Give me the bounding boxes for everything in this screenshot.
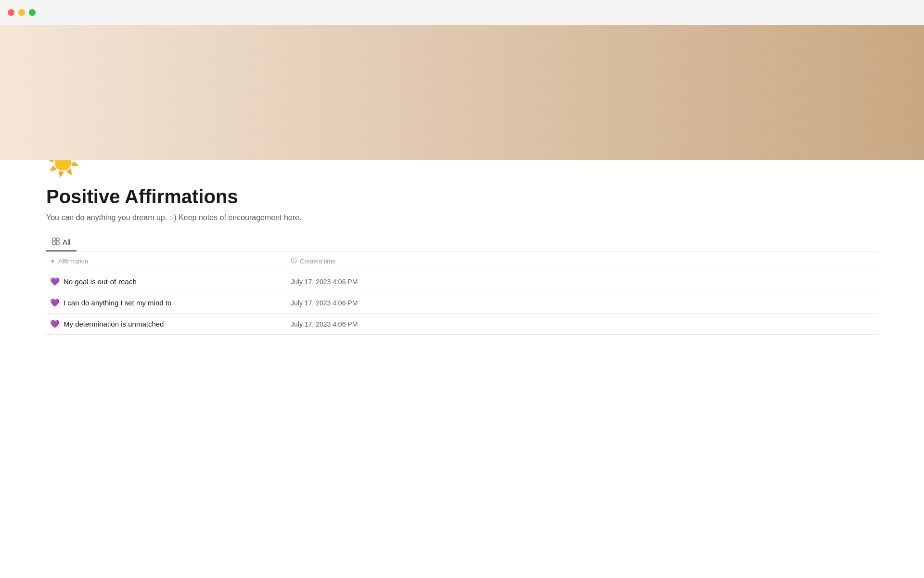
svg-rect-0 [52, 238, 55, 241]
clock-icon [291, 257, 297, 265]
svg-rect-1 [56, 238, 59, 241]
column-header-created: Created time [287, 255, 393, 267]
close-button[interactable] [8, 9, 14, 16]
table-icon [52, 237, 60, 247]
svg-rect-2 [52, 242, 55, 245]
table: ✦ Affirmation Created time 💜 No goal is … [46, 251, 878, 335]
tabs-container: All [46, 234, 878, 251]
heart-icon: 💜 [50, 298, 60, 307]
table-row[interactable]: 💜 My determination is unmatched July 17,… [46, 314, 878, 335]
svg-rect-3 [56, 242, 59, 245]
sparkle-icon: ✦ [50, 258, 55, 265]
titlebar [0, 0, 924, 25]
minimize-button[interactable] [18, 9, 25, 16]
page-title: Positive Affirmations [46, 186, 878, 208]
cell-affirmation-2: 💜 I can do anything I set my mind to [46, 293, 287, 312]
heart-icon: 💜 [50, 277, 60, 286]
cell-created-1: July 17, 2023 4:06 PM [287, 273, 393, 290]
cell-created-3: July 17, 2023 4:06 PM [287, 315, 393, 333]
column-header-affirmation: ✦ Affirmation [46, 256, 287, 267]
hero-banner [0, 25, 924, 160]
page-content: ☀️ Positive Affirmations You can do anyt… [0, 146, 924, 335]
cell-created-2: July 17, 2023 4:06 PM [287, 294, 393, 312]
table-row[interactable]: 💜 No goal is out-of-reach July 17, 2023 … [46, 271, 878, 292]
table-row[interactable]: 💜 I can do anything I set my mind to Jul… [46, 292, 878, 314]
cell-affirmation-3: 💜 My determination is unmatched [46, 315, 287, 333]
tab-all-label: All [63, 238, 71, 246]
tab-all[interactable]: All [46, 234, 77, 251]
table-header: ✦ Affirmation Created time [46, 251, 878, 271]
page-description: You can do anything you dream up. :-) Ke… [46, 213, 878, 222]
cell-affirmation-1: 💜 No goal is out-of-reach [46, 272, 287, 291]
heart-icon: 💜 [50, 319, 60, 328]
maximize-button[interactable] [29, 9, 36, 16]
